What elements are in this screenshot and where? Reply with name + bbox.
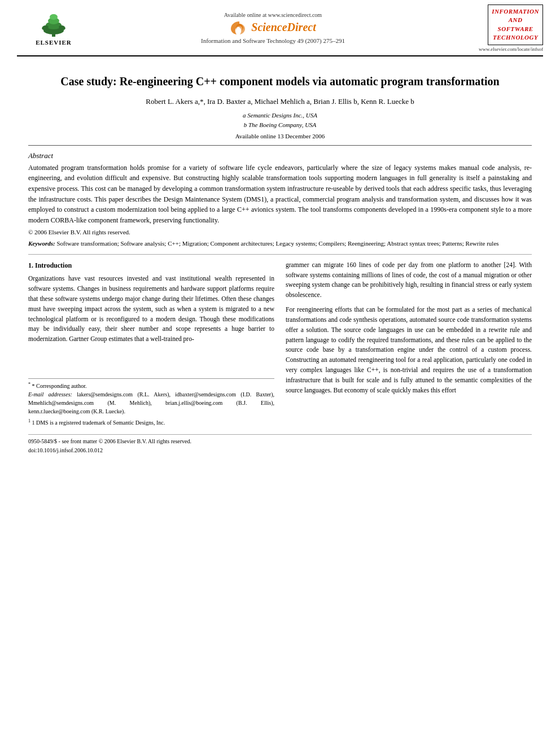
section1-right-para-1: grammer can migrate 160 lines of code pe… bbox=[286, 260, 532, 300]
page-footer: 0950-5849/$ - see front matter © 2006 El… bbox=[28, 434, 532, 455]
journal-title-box: INFORMATIONANDSOFTWARETECHNOLOGY bbox=[488, 5, 543, 45]
paper-title: Case study: Re-engineering C++ component… bbox=[28, 73, 532, 89]
available-online-paper: Available online 13 December 2006 bbox=[28, 133, 532, 139]
header-center: Available online at www.sciencedirect.co… bbox=[90, 3, 456, 53]
section1-right-para-2: For reengineering efforts that can be fo… bbox=[286, 305, 532, 395]
elsevier-logo-area: ELSEVIER bbox=[17, 3, 90, 53]
main-content: Case study: Re-engineering C++ component… bbox=[0, 56, 560, 466]
affiliations: a Semantic Designs Inc., USA b The Boein… bbox=[28, 111, 532, 130]
page-header: ELSEVIER Available online at www.science… bbox=[17, 0, 543, 56]
keywords-values: Software transformation; Software analys… bbox=[56, 240, 498, 247]
footnote-corresponding: * * Corresponding author. bbox=[28, 381, 274, 390]
footer-doi: doi:10.1016/j.infsof.2006.10.012 bbox=[28, 446, 532, 455]
footnote-divider bbox=[28, 378, 274, 379]
sciencedirect-text: ScienceDirect bbox=[251, 21, 316, 34]
sciencedirect-logo: ScienceDirect bbox=[230, 19, 316, 35]
right-column: grammer can migrate 160 lines of code pe… bbox=[286, 260, 532, 427]
section1-heading: 1. Introduction bbox=[28, 260, 274, 271]
section1-left-para-1: Organizations have vast resources invest… bbox=[28, 274, 274, 344]
divider-top bbox=[28, 145, 532, 146]
left-column: 1. Introduction Organizations have vast … bbox=[28, 260, 274, 427]
abstract-body: Automated program transformation holds p… bbox=[28, 163, 532, 226]
abstract-label: Abstract bbox=[28, 151, 532, 160]
journal-website: www.elsevier.com/locate/infsof bbox=[479, 46, 543, 52]
footer-issn: 0950-5849/$ - see front matter © 2006 El… bbox=[28, 437, 532, 446]
available-online-text: Available online at www.sciencedirect.co… bbox=[224, 12, 322, 18]
affiliation-a: a Semantic Designs Inc., USA bbox=[28, 111, 532, 121]
journal-line: Information and Software Technology 49 (… bbox=[201, 37, 345, 44]
body-columns: 1. Introduction Organizations have vast … bbox=[28, 260, 532, 427]
keywords-label: Keywords: bbox=[28, 240, 55, 247]
footnote-emails: E-mail addresses: lakers@semdesigns.com … bbox=[28, 390, 274, 416]
copyright: © 2006 Elsevier B.V. All rights reserved… bbox=[28, 229, 532, 235]
authors: Robert L. Akers a,*, Ira D. Baxter a, Mi… bbox=[28, 97, 532, 106]
sciencedirect-icon bbox=[230, 19, 249, 35]
divider-body bbox=[28, 254, 532, 255]
keywords: Keywords: Software transformation; Softw… bbox=[28, 239, 532, 248]
svg-point-4 bbox=[50, 14, 58, 20]
elsevier-wordmark: ELSEVIER bbox=[36, 39, 72, 46]
header-right: INFORMATIONANDSOFTWARETECHNOLOGY www.els… bbox=[456, 3, 543, 53]
title-section: Case study: Re-engineering C++ component… bbox=[28, 73, 532, 139]
affiliation-b: b The Boeing Company, USA bbox=[28, 120, 532, 130]
footnote-dms: 1 1 DMS is a registered trademark of Sem… bbox=[28, 418, 274, 427]
elsevier-tree-icon bbox=[37, 11, 71, 38]
abstract-section: Abstract Automated program transformatio… bbox=[28, 151, 532, 248]
